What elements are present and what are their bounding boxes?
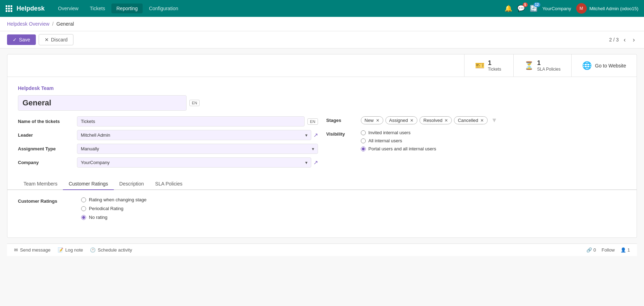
form-two-col: Name of the tickets EN Leader Mitchell A… — [18, 116, 626, 171]
cr-periodical[interactable]: Periodical Rating — [81, 206, 147, 211]
company-name: YourCompany — [542, 6, 571, 11]
stage-tag-cancelled: Cancelled ✕ — [454, 116, 488, 124]
tab-description[interactable]: Description — [114, 178, 150, 190]
assignment-type-select[interactable]: Manually — [77, 144, 318, 154]
next-page-button[interactable]: › — [631, 35, 637, 44]
tab-customer-ratings[interactable]: Customer Ratings — [63, 178, 113, 190]
chat-icon[interactable]: 💬 5 — [517, 5, 525, 12]
schedule-activity-btn[interactable]: 🕐 Schedule activity — [90, 247, 132, 253]
form-fields-left: Name of the tickets EN Leader Mitchell A… — [18, 116, 318, 171]
breadcrumb-parent[interactable]: Helpdesk Overview — [7, 21, 50, 27]
customer-ratings-options: Rating when changing stage Periodical Ra… — [81, 197, 147, 220]
send-message-btn[interactable]: ✉ Send message — [14, 247, 51, 253]
cr-periodical-label: Periodical Rating — [89, 206, 123, 211]
stage-new-remove[interactable]: ✕ — [376, 118, 379, 123]
discard-x-icon: ✕ — [45, 37, 49, 43]
user-info[interactable]: M Mitchell Admin (odoo15) — [576, 3, 638, 14]
cr-rating-stage[interactable]: Rating when changing stage — [81, 197, 147, 202]
leader-external-link-icon[interactable]: ↗ — [313, 132, 318, 138]
nav-configuration[interactable]: Configuration — [144, 4, 183, 13]
stage-resolved-label: Resolved — [423, 118, 442, 123]
stages-tags: New ✕ Assigned ✕ Resolved ✕ Cancelled — [361, 116, 626, 124]
stage-resolved-remove[interactable]: ✕ — [444, 118, 448, 123]
topnav: Helpdesk Overview Tickets Reporting Conf… — [0, 0, 644, 17]
update-badge: 12 — [534, 2, 540, 7]
tab-team-members[interactable]: Team Members — [18, 178, 63, 190]
visibility-portal[interactable]: Portal users and all internal users — [361, 146, 626, 151]
save-button[interactable]: ✓ Save — [7, 34, 36, 45]
cr-no-rating[interactable]: No rating — [81, 215, 147, 220]
stat-tickets[interactable]: 🎫 1 Tickets — [464, 54, 513, 77]
company-external-link-icon[interactable]: ↗ — [313, 159, 318, 166]
send-message-icon: ✉ — [14, 247, 18, 253]
stage-assigned-label: Assigned — [389, 118, 408, 123]
stage-assigned-remove[interactable]: ✕ — [410, 118, 414, 123]
hourglass-icon: ⏳ — [524, 61, 534, 70]
cr-rating-stage-radio[interactable] — [81, 197, 86, 202]
visibility-label: Visibility — [326, 130, 358, 137]
assignment-type-label: Assignment Type — [18, 146, 74, 151]
bottom-bar-right: 🔗 0 Follow 👤 1 — [586, 247, 630, 253]
name-of-tickets-label: Name of the tickets — [18, 119, 74, 124]
leader-label: Leader — [18, 132, 74, 138]
send-message-label: Send message — [20, 247, 51, 253]
person-icon: 👤 — [620, 247, 626, 253]
tab-sla-policies[interactable]: SLA Policies — [150, 178, 188, 190]
nav-reporting[interactable]: Reporting — [111, 4, 143, 13]
discard-label: Discard — [51, 37, 67, 43]
name-of-tickets-input[interactable] — [77, 116, 305, 126]
ticket-count: 1 — [488, 59, 501, 67]
topnav-right: 🔔 💬 5 🔄 12 YourCompany M Mitchell Admin … — [505, 3, 638, 14]
section-title: Helpdesk Team — [18, 85, 626, 91]
nav-tickets[interactable]: Tickets — [85, 4, 110, 13]
website-label: Go to Website — [595, 63, 626, 69]
schedule-activity-label: Schedule activity — [98, 247, 132, 253]
grid-icon[interactable] — [6, 5, 12, 12]
team-name-input[interactable] — [18, 95, 187, 111]
pagination: 2 / 3 ‹ › — [609, 35, 637, 44]
breadcrumb-current: General — [57, 21, 74, 27]
topnav-links: Overview Tickets Reporting Configuration — [53, 4, 502, 13]
save-check-icon: ✓ — [13, 37, 17, 43]
form-fields-right: Stages New ✕ Assigned ✕ Resolved ✕ — [326, 116, 626, 171]
visibility-all-internal-radio[interactable] — [361, 138, 366, 143]
cr-periodical-radio[interactable] — [81, 206, 86, 211]
company-select[interactable]: YourCompany — [77, 157, 311, 168]
log-note-btn[interactable]: 📝 Log note — [58, 247, 83, 253]
stage-tag-new: New ✕ — [361, 116, 383, 124]
followers-count: 🔗 0 — [586, 247, 596, 253]
stage-cancelled-label: Cancelled — [458, 118, 478, 123]
ticket-icon: 🎫 — [475, 61, 484, 70]
clock-icon: 🕐 — [90, 247, 96, 253]
visibility-invited-radio[interactable] — [361, 130, 366, 135]
visibility-portal-label: Portal users and all internal users — [369, 146, 436, 151]
tab-content-customer-ratings: Customer Ratings Rating when changing st… — [7, 190, 637, 237]
visibility-invited[interactable]: Invited internal users — [361, 130, 626, 135]
cr-rating-stage-label: Rating when changing stage — [89, 197, 147, 202]
visibility-all-internal-label: All internal users — [369, 138, 402, 143]
chat-badge: 5 — [523, 2, 528, 7]
follow-btn[interactable]: Follow — [601, 247, 615, 253]
cr-no-rating-radio[interactable] — [81, 215, 86, 220]
stages-add-icon[interactable]: ▼ — [491, 117, 497, 124]
nav-overview[interactable]: Overview — [53, 4, 83, 13]
app-title[interactable]: Helpdesk — [17, 5, 45, 12]
en-badge-tickets: EN — [307, 118, 318, 125]
stage-cancelled-remove[interactable]: ✕ — [480, 118, 484, 123]
spacer — [7, 54, 464, 77]
notification-icon[interactable]: 🔔 — [505, 5, 512, 12]
username: Mitchell Admin (odoo15) — [590, 6, 638, 11]
link-icon: 🔗 — [586, 247, 592, 253]
stat-website[interactable]: 🌐 Go to Website — [571, 54, 637, 77]
stat-sla[interactable]: ⏳ 1 SLA Policies — [513, 54, 571, 77]
log-note-icon: 📝 — [58, 247, 63, 253]
discard-button[interactable]: ✕ Discard — [39, 34, 73, 45]
visibility-all-internal[interactable]: All internal users — [361, 138, 626, 143]
leader-select[interactable]: Mitchell Admin — [77, 130, 311, 140]
breadcrumb: Helpdesk Overview / General — [0, 17, 644, 31]
prev-page-button[interactable]: ‹ — [622, 35, 628, 44]
update-icon[interactable]: 🔄 12 — [530, 5, 538, 12]
members-count: 👤 1 — [620, 247, 630, 253]
stage-tag-assigned: Assigned ✕ — [385, 116, 417, 124]
visibility-portal-radio[interactable] — [361, 147, 366, 151]
